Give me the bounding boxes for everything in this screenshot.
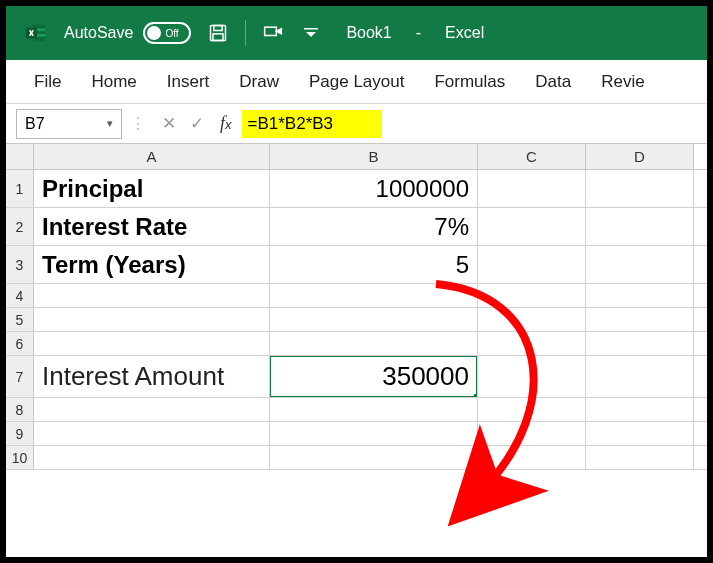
cell-d7[interactable]: [586, 356, 694, 397]
row-header-6[interactable]: 6: [6, 332, 34, 355]
col-header-c[interactable]: C: [478, 144, 586, 169]
autosave-group: AutoSave Off: [64, 22, 191, 44]
cell-c2[interactable]: [478, 208, 586, 245]
cell-c4[interactable]: [478, 284, 586, 307]
run-icon[interactable]: [262, 22, 284, 44]
tab-file[interactable]: File: [34, 72, 61, 92]
autosave-toggle[interactable]: Off: [143, 22, 191, 44]
cell-c8[interactable]: [478, 398, 586, 421]
cell-c1[interactable]: [478, 170, 586, 207]
ribbon-tabs: File Home Insert Draw Page Layout Formul…: [6, 60, 707, 104]
cell-d4[interactable]: [586, 284, 694, 307]
row-header-7[interactable]: 7: [6, 356, 34, 397]
name-box-value: B7: [25, 115, 45, 133]
cell-b8[interactable]: [270, 398, 478, 421]
tab-insert[interactable]: Insert: [167, 72, 210, 92]
cell-a2[interactable]: Interest Rate: [34, 208, 270, 245]
cell-c10[interactable]: [478, 446, 586, 469]
cell-c7[interactable]: [478, 356, 586, 397]
col-header-b[interactable]: B: [270, 144, 478, 169]
row-2: 2 Interest Rate 7%: [6, 208, 707, 246]
row-header-5[interactable]: 5: [6, 308, 34, 331]
toggle-knob: [147, 26, 161, 40]
row-3: 3 Term (Years) 5: [6, 246, 707, 284]
cell-d3[interactable]: [586, 246, 694, 283]
row-header-10[interactable]: 10: [6, 446, 34, 469]
cell-b2[interactable]: 7%: [270, 208, 478, 245]
row-10: 10: [6, 446, 707, 470]
cell-a4[interactable]: [34, 284, 270, 307]
cell-c9[interactable]: [478, 422, 586, 445]
cell-d9[interactable]: [586, 422, 694, 445]
tab-page-layout[interactable]: Page Layout: [309, 72, 404, 92]
cell-b3[interactable]: 5: [270, 246, 478, 283]
cancel-formula-icon[interactable]: ✕: [158, 111, 180, 136]
formula-bar[interactable]: =B1*B2*B3: [242, 110, 382, 138]
row-5: 5: [6, 308, 707, 332]
cell-b1[interactable]: 1000000: [270, 170, 478, 207]
col-header-d[interactable]: D: [586, 144, 694, 169]
separator: [245, 20, 246, 46]
cell-b7[interactable]: 350000: [270, 356, 478, 397]
cell-c6[interactable]: [478, 332, 586, 355]
enter-formula-icon[interactable]: ✓: [186, 111, 208, 136]
row-6: 6: [6, 332, 707, 356]
tab-review[interactable]: Revie: [601, 72, 644, 92]
svg-rect-6: [213, 34, 223, 41]
row-header-1[interactable]: 1: [6, 170, 34, 207]
formula-bar-value: =B1*B2*B3: [248, 114, 334, 134]
row-header-8[interactable]: 8: [6, 398, 34, 421]
save-icon[interactable]: [207, 22, 229, 44]
spreadsheet-grid: A B C D 1 Principal 1000000 2 Interest R…: [6, 144, 707, 470]
toggle-state-label: Off: [165, 28, 178, 39]
name-box[interactable]: B7 ▾: [16, 109, 122, 139]
tab-draw[interactable]: Draw: [239, 72, 279, 92]
cell-c5[interactable]: [478, 308, 586, 331]
cell-b10[interactable]: [270, 446, 478, 469]
cell-d6[interactable]: [586, 332, 694, 355]
cell-b4[interactable]: [270, 284, 478, 307]
cell-b9[interactable]: [270, 422, 478, 445]
row-header-4[interactable]: 4: [6, 284, 34, 307]
fx-icon[interactable]: fx: [214, 113, 238, 134]
cell-a9[interactable]: [34, 422, 270, 445]
formula-buttons: ✕ ✓ fx: [158, 111, 238, 136]
tab-data[interactable]: Data: [535, 72, 571, 92]
customize-qat-icon[interactable]: [300, 22, 322, 44]
row-4: 4: [6, 284, 707, 308]
cell-a3[interactable]: Term (Years): [34, 246, 270, 283]
cell-d1[interactable]: [586, 170, 694, 207]
formula-bar-row: B7 ▾ ⋮ ✕ ✓ fx =B1*B2*B3: [6, 104, 707, 144]
col-header-a[interactable]: A: [34, 144, 270, 169]
cell-a10[interactable]: [34, 446, 270, 469]
row-header-3[interactable]: 3: [6, 246, 34, 283]
row-1: 1 Principal 1000000: [6, 170, 707, 208]
excel-window: AutoSave Off Book1 - Excel File Home Ins…: [6, 6, 707, 557]
cell-a7[interactable]: Interest Amount: [34, 356, 270, 397]
row-7: 7 Interest Amount 350000: [6, 356, 707, 398]
tab-home[interactable]: Home: [91, 72, 136, 92]
tab-formulas[interactable]: Formulas: [434, 72, 505, 92]
select-all-corner[interactable]: [6, 144, 34, 169]
cell-d10[interactable]: [586, 446, 694, 469]
row-header-2[interactable]: 2: [6, 208, 34, 245]
svg-rect-5: [214, 26, 222, 31]
row-header-9[interactable]: 9: [6, 422, 34, 445]
autosave-label: AutoSave: [64, 24, 133, 42]
cell-b6[interactable]: [270, 332, 478, 355]
cell-c3[interactable]: [478, 246, 586, 283]
cell-b5[interactable]: [270, 308, 478, 331]
excel-app-icon: [24, 21, 48, 45]
svg-rect-8: [304, 28, 318, 30]
cell-a5[interactable]: [34, 308, 270, 331]
chevron-down-icon[interactable]: ▾: [107, 117, 113, 130]
cell-d8[interactable]: [586, 398, 694, 421]
cell-d2[interactable]: [586, 208, 694, 245]
svg-rect-7: [265, 27, 277, 35]
title-separator: -: [416, 24, 421, 42]
cell-a1[interactable]: Principal: [34, 170, 270, 207]
title-bar: AutoSave Off Book1 - Excel: [6, 6, 707, 60]
cell-a6[interactable]: [34, 332, 270, 355]
cell-a8[interactable]: [34, 398, 270, 421]
cell-d5[interactable]: [586, 308, 694, 331]
